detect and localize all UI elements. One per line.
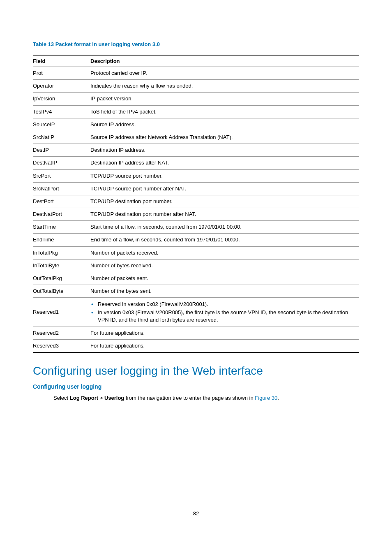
cell-field: IpVersion: [33, 93, 90, 105]
cell-description: Number of the bytes sent.: [90, 285, 359, 298]
cell-field: DestNatIP: [33, 157, 90, 169]
table-row: SrcPortTCP/UDP source port number.: [33, 169, 359, 182]
cell-field: OutTotalPkg: [33, 272, 90, 285]
table-row: StartTimeStart time of a flow, in second…: [33, 221, 359, 234]
cell-description: For future applications.: [90, 340, 359, 353]
bold-log-report: Log Report: [70, 395, 98, 401]
cell-description: TCP/UDP destination port number after NA…: [90, 208, 359, 221]
col-header-field: Field: [33, 55, 90, 67]
table-row: DestIPDestination IP address.: [33, 144, 359, 157]
col-header-description: Description: [90, 55, 359, 67]
table-row: DestNatPortTCP/UDP destination port numb…: [33, 208, 359, 221]
table-row: ProtProtocol carried over IP.: [33, 67, 359, 80]
cell-description: Indicates the reason why a flow has ende…: [90, 80, 359, 93]
page-number: 82: [0, 510, 392, 517]
cell-description: Number of packets sent.: [90, 272, 359, 285]
table-row: InTotalPkgNumber of packets received.: [33, 246, 359, 259]
cell-description: ToS field of the IPv4 packet.: [90, 105, 359, 118]
text-gt: >: [98, 395, 104, 401]
cell-description: Start time of a flow, in seconds, counte…: [90, 221, 359, 234]
cell-description: Destination IP address.: [90, 144, 359, 157]
cell-field: Prot: [33, 67, 90, 80]
cell-field: InTotalByte: [33, 259, 90, 272]
table-row: Reserved2For future applications.: [33, 327, 359, 339]
cell-description: Protocol carried over IP.: [90, 67, 359, 80]
figure-link[interactable]: Figure 30: [255, 395, 277, 401]
table-row: SrcNatIPSource IP address after Network …: [33, 131, 359, 144]
cell-description: Number of packets received.: [90, 246, 359, 259]
bullet-list: Reserved in version 0x02 (FirewallV200R0…: [90, 301, 356, 324]
table-row: DestPortTCP/UDP destination port number.: [33, 195, 359, 208]
cell-description: Destination IP address after NAT.: [90, 157, 359, 169]
table-row: OutTotalPkgNumber of packets sent.: [33, 272, 359, 285]
cell-field: SrcNatIP: [33, 131, 90, 144]
cell-field: StartTime: [33, 221, 90, 234]
cell-field: SourceIP: [33, 118, 90, 131]
bullet-item: Reserved in version 0x02 (FirewallV200R0…: [90, 301, 356, 308]
cell-field: Operator: [33, 80, 90, 93]
cell-description: Reserved in version 0x02 (FirewallV200R0…: [90, 298, 359, 327]
cell-description: TCP/UDP source port number after NAT.: [90, 182, 359, 195]
cell-field: OutTotalByte: [33, 285, 90, 298]
cell-field: DestIP: [33, 144, 90, 157]
table-row: OperatorIndicates the reason why a flow …: [33, 80, 359, 93]
cell-description: TCP/UDP source port number.: [90, 169, 359, 182]
table-row: OutTotalByteNumber of the bytes sent.: [33, 285, 359, 298]
cell-description: IP packet version.: [90, 93, 359, 105]
cell-description: For future applications.: [90, 327, 359, 339]
cell-field: DestNatPort: [33, 208, 90, 221]
cell-field: Reserved3: [33, 340, 90, 353]
table-caption: Table 13 Packet format in user logging v…: [33, 41, 359, 47]
cell-description: Source IP address after Network Address …: [90, 131, 359, 144]
cell-field: Reserved2: [33, 327, 90, 339]
table-row: IpVersionIP packet version.: [33, 93, 359, 105]
table-row: EndTimeEnd time of a flow, in seconds, c…: [33, 234, 359, 246]
table-header-row: Field Description: [33, 55, 359, 67]
instruction-text: Select Log Report > Userlog from the nav…: [53, 394, 359, 402]
cell-field: Reserved1: [33, 298, 90, 327]
packet-format-table: Field Description ProtProtocol carried o…: [33, 55, 359, 353]
cell-field: TosIPv4: [33, 105, 90, 118]
cell-description: Source IP address.: [90, 118, 359, 131]
table-row: DestNatIPDestination IP address after NA…: [33, 157, 359, 169]
section-heading: Configuring user logging in the Web inte…: [33, 364, 359, 378]
cell-field: InTotalPkg: [33, 246, 90, 259]
table-row: SourceIPSource IP address.: [33, 118, 359, 131]
cell-description: End time of a flow, in seconds, counted …: [90, 234, 359, 246]
cell-field: EndTime: [33, 234, 90, 246]
table-row: InTotalByteNumber of bytes received.: [33, 259, 359, 272]
cell-description: Number of bytes received.: [90, 259, 359, 272]
cell-field: SrcPort: [33, 169, 90, 182]
text-pre: Select: [53, 395, 70, 401]
text-mid: from the navigation tree to enter the pa…: [124, 395, 255, 401]
cell-field: DestPort: [33, 195, 90, 208]
bold-userlog: Userlog: [104, 395, 124, 401]
text-post: .: [277, 395, 279, 401]
cell-field: SrcNatPort: [33, 182, 90, 195]
sub-heading: Configuring user logging: [33, 383, 359, 390]
table-row: Reserved3For future applications.: [33, 340, 359, 353]
table-row: Reserved1Reserved in version 0x02 (Firew…: [33, 298, 359, 327]
table-row: SrcNatPortTCP/UDP source port number aft…: [33, 182, 359, 195]
cell-description: TCP/UDP destination port number.: [90, 195, 359, 208]
bullet-item: In version 0x03 (FirewallV200R005), the …: [90, 309, 356, 324]
table-row: TosIPv4ToS field of the IPv4 packet.: [33, 105, 359, 118]
